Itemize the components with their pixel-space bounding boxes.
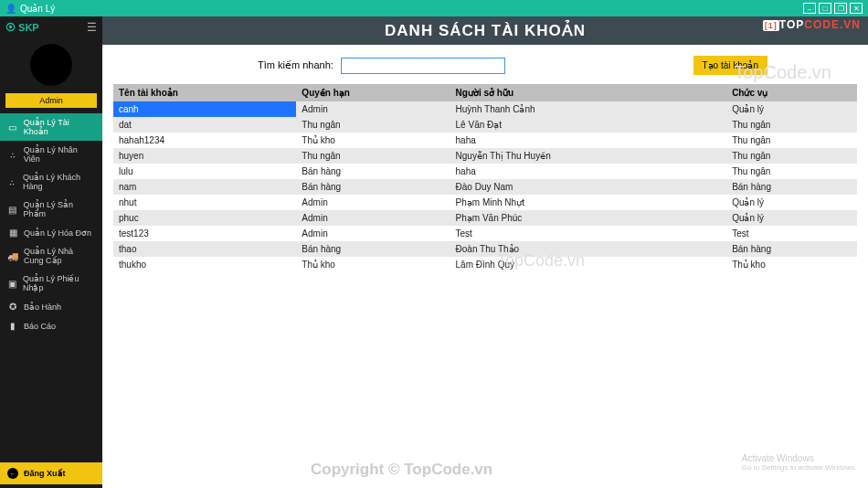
titlebar: 👤 Quản Lý – □ ❐ ✕: [0, 0, 868, 16]
nav-icon: ▮: [7, 321, 18, 331]
table-cell: thukho: [113, 257, 296, 272]
table-cell: Admin: [296, 195, 450, 210]
nav-icon: ⛬: [7, 150, 18, 160]
table-row[interactable]: nhutAdminPhạm Minh NhựtQuản lý: [113, 195, 857, 210]
table-row[interactable]: datThu ngânLê Văn ĐạtThu ngân: [113, 117, 857, 133]
table-cell: Huỳnh Thanh Cảnh: [450, 101, 727, 117]
table-cell: Quản lý: [726, 101, 857, 117]
table-cell: canh: [113, 101, 296, 117]
nav-label: Quản Lý Sản Phẩm: [24, 200, 95, 218]
sidebar-item-7[interactable]: ✪Bảo Hành: [0, 297, 102, 316]
column-header[interactable]: Tên tài khoản: [113, 84, 296, 101]
app-icon: 👤: [5, 4, 16, 14]
table-cell: Bán hàng: [296, 241, 450, 257]
sidebar-item-0[interactable]: ▭Quản Lý Tài Khoản: [0, 113, 102, 141]
user-role-badge: Admin: [5, 93, 97, 108]
nav-list: ▭Quản Lý Tài Khoản⛬Quản Lý Nhân Viên⛬Quả…: [0, 113, 102, 459]
avatar: [30, 44, 72, 86]
nav-label: Quản Lý Hóa Đơn: [24, 228, 91, 238]
sidebar-item-5[interactable]: 🚚Quản Lý Nhà Cung Cấp: [0, 242, 102, 270]
close-button[interactable]: ✕: [850, 3, 863, 14]
table-cell: Quản lý: [726, 195, 857, 210]
hamburger-icon[interactable]: ☰: [87, 21, 97, 34]
column-header[interactable]: Quyền hạn: [296, 84, 450, 101]
column-header[interactable]: Chức vụ: [726, 84, 857, 101]
sidebar-item-3[interactable]: ▤Quản Lý Sản Phẩm: [0, 196, 102, 223]
nav-icon: ▭: [7, 122, 18, 133]
table-cell: Admin: [296, 226, 450, 241]
search-label: Tìm kiếm nhanh:: [258, 59, 333, 71]
page-title: DANH SÁCH TÀI KHOẢN: [385, 22, 586, 39]
table-cell: Thu ngân: [726, 148, 857, 164]
logout-label: Đăng Xuất: [24, 469, 66, 478]
table-row[interactable]: namBán hàngĐào Duy NamBán hàng: [113, 179, 857, 195]
table-cell: Đào Duy Nam: [450, 179, 727, 195]
table-cell: Quản lý: [726, 210, 857, 226]
nav-icon: ✪: [7, 302, 18, 312]
sidebar-item-8[interactable]: ▮Báo Cáo: [0, 316, 102, 335]
table-cell: Bán hàng: [296, 179, 450, 195]
nav-label: Quản Lý Phiếu Nhập: [23, 274, 95, 292]
table-row[interactable]: thaoBán hàngĐoàn Thu ThảoBán hàng: [113, 241, 857, 257]
table-cell: Bán hàng: [726, 241, 857, 257]
sidebar-item-2[interactable]: ⛬Quản Lý Khách Hàng: [0, 168, 102, 196]
table-cell: Admin: [296, 101, 450, 117]
table-cell: Thu ngân: [296, 117, 450, 133]
table-cell: test123: [113, 226, 296, 241]
restore-button[interactable]: ❐: [834, 3, 847, 14]
nav-label: Quản Lý Nhân Viên: [24, 145, 95, 164]
nav-icon: ▦: [7, 228, 18, 238]
nav-label: Quản Lý Khách Hàng: [23, 173, 95, 191]
maximize-button[interactable]: □: [819, 3, 831, 14]
create-account-button[interactable]: Tạo tài khoản: [693, 56, 767, 75]
table-header-row: Tên tài khoảnQuyền hạnNgười sở hữuChức v…: [113, 84, 857, 101]
table-cell: nhut: [113, 195, 296, 210]
minimize-button[interactable]: –: [803, 3, 816, 14]
logo: ⦿ SKP: [5, 22, 39, 33]
table-cell: nam: [113, 179, 296, 195]
page-header: DANH SÁCH TÀI KHOẢN [1]TOPCODE.VN: [102, 16, 868, 45]
table-cell: Thu ngân: [726, 164, 857, 179]
table-row[interactable]: thukhoThủ khoLâm Đình QuýThủ kho: [113, 257, 857, 272]
column-header[interactable]: Người sở hữu: [450, 84, 727, 101]
window-title: Quản Lý: [20, 4, 55, 14]
table-cell: Bán hàng: [296, 164, 450, 179]
search-input[interactable]: [341, 58, 505, 74]
table-cell: Thủ kho: [296, 133, 450, 148]
table-cell: Thủ kho: [726, 257, 857, 272]
table-row[interactable]: test123AdminTestTest: [113, 226, 857, 241]
table-row[interactable]: huyenThu ngânNguyễn Thị Thu HuyềnThu ngâ…: [113, 148, 857, 164]
table-cell: haha: [450, 133, 727, 148]
table-row[interactable]: luluBán hànghahaThu ngân: [113, 164, 857, 179]
table-row[interactable]: canhAdminHuỳnh Thanh CảnhQuản lý: [113, 101, 857, 117]
table-cell: Thu ngân: [726, 117, 857, 133]
toolbar: Tìm kiếm nhanh: Tạo tài khoản: [102, 45, 868, 84]
nav-icon: ▤: [7, 205, 18, 215]
sidebar-item-6[interactable]: ▣Quản Lý Phiếu Nhập: [0, 270, 102, 297]
nav-icon: 🚚: [7, 251, 18, 261]
nav-icon: ▣: [7, 279, 17, 289]
nav-label: Bảo Hành: [24, 302, 61, 312]
logout-button[interactable]: ← Đăng Xuất: [0, 462, 102, 484]
table-cell: Đoàn Thu Thảo: [450, 241, 727, 257]
sidebar: ⦿ SKP ☰ Admin ▭Quản Lý Tài Khoản⛬Quản Lý…: [0, 16, 102, 488]
table-cell: Thủ kho: [296, 257, 450, 272]
table-row[interactable]: hahah1234Thủ khohahaThu ngân: [113, 133, 857, 148]
table-cell: Bán hàng: [726, 179, 857, 195]
table-cell: haha: [450, 164, 727, 179]
table-cell: Thu ngân: [296, 148, 450, 164]
sidebar-item-4[interactable]: ▦Quản Lý Hóa Đơn: [0, 223, 102, 242]
table-row[interactable]: phucAdminPhạm Văn PhúcQuản lý: [113, 210, 857, 226]
table-cell: Phạm Minh Nhựt: [450, 195, 727, 210]
table-body: canhAdminHuỳnh Thanh CảnhQuản lýdatThu n…: [113, 101, 857, 272]
nav-label: Quản Lý Tài Khoản: [24, 118, 95, 136]
table-cell: huyen: [113, 148, 296, 164]
logout-icon: ←: [7, 468, 18, 479]
table-cell: lulu: [113, 164, 296, 179]
table-cell: Test: [450, 226, 727, 241]
table-cell: Nguyễn Thị Thu Huyền: [450, 148, 727, 164]
nav-icon: ⛬: [7, 177, 17, 187]
accounts-table: Tên tài khoảnQuyền hạnNgười sở hữuChức v…: [113, 84, 857, 272]
sidebar-item-1[interactable]: ⛬Quản Lý Nhân Viên: [0, 141, 102, 168]
nav-label: Quản Lý Nhà Cung Cấp: [24, 247, 95, 265]
